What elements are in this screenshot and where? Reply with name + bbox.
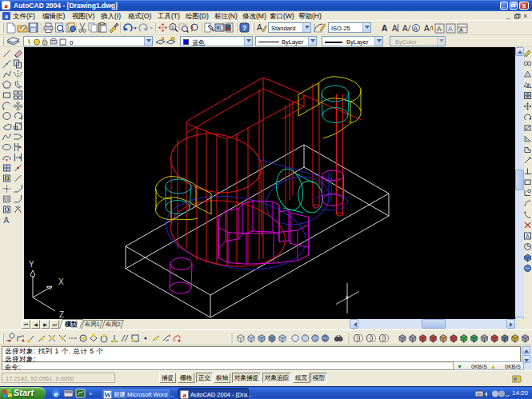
svg-text:A: A — [4, 216, 10, 225]
svg-text:Y: Y — [29, 260, 34, 269]
svg-text:A: A — [392, 24, 398, 33]
svg-text:a: a — [4, 2, 8, 10]
svg-text:0: 0 — [70, 39, 74, 46]
svg-text:A: A — [526, 233, 530, 239]
svg-text:±: ± — [171, 24, 174, 30]
svg-text:?: ? — [242, 24, 247, 32]
svg-text:A: A — [414, 25, 418, 33]
svg-text:A: A — [448, 25, 453, 33]
svg-text:»: » — [89, 390, 93, 397]
svg-text:e: e — [54, 390, 58, 398]
svg-text:A: A — [424, 24, 430, 33]
svg-text:A: A — [459, 27, 463, 33]
svg-text:a: a — [182, 391, 186, 399]
svg-text:X: X — [58, 277, 64, 286]
svg-text:a: a — [5, 13, 8, 20]
svg-text:A: A — [382, 24, 387, 33]
svg-text:A: A — [437, 25, 442, 33]
svg-text:A: A — [257, 23, 262, 32]
svg-text:W: W — [104, 391, 111, 399]
svg-text:Z: Z — [59, 310, 64, 319]
svg-text:A: A — [402, 24, 408, 33]
